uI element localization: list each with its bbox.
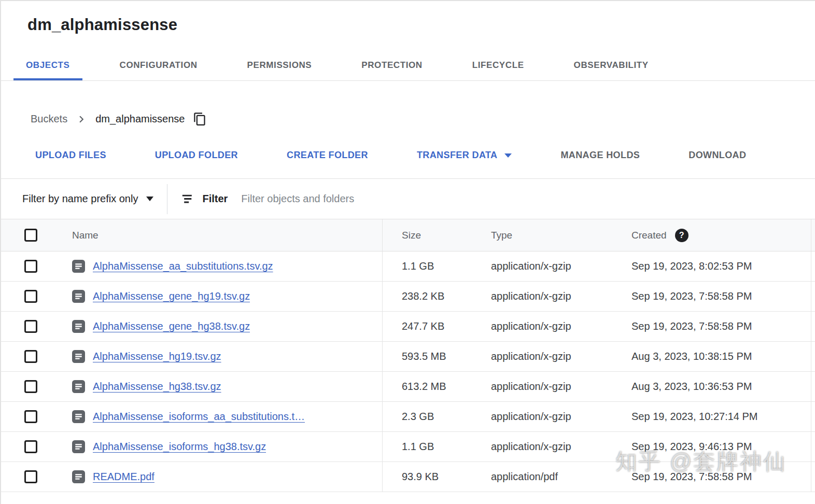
object-created: Sep 19, 2023, 8:02:53 PM [613, 251, 811, 281]
row-checkbox[interactable] [24, 260, 37, 273]
row-checkbox[interactable] [24, 320, 37, 333]
object-size: 93.9 KB [382, 462, 472, 492]
tab-bar: OBJECTS CONFIGURATION PERMISSIONS PROTEC… [1, 50, 815, 81]
object-size: 247.7 KB [382, 312, 472, 341]
filter-bar: Filter by name prefix only Filter [1, 178, 815, 219]
caret-down-icon [504, 153, 512, 158]
filter-label: Filter [202, 193, 228, 205]
object-type: application/x-gzip [472, 251, 613, 281]
tab-objects[interactable]: OBJECTS [13, 50, 82, 80]
object-link[interactable]: AlphaMissense_hg38.tsv.gz [93, 381, 221, 393]
table-row: AlphaMissense_isoforms_aa_substitutions.… [1, 402, 815, 432]
object-type: application/x-gzip [472, 432, 613, 461]
filter-divider [167, 184, 167, 214]
object-type: application/x-gzip [472, 372, 613, 401]
column-header-name: Name [72, 230, 382, 241]
table-row: AlphaMissense_gene_hg19.tsv.gz 238.2 KB … [1, 282, 815, 312]
object-size: 1.1 GB [382, 432, 472, 461]
tab-lifecycle[interactable]: LIFECYCLE [460, 50, 537, 80]
tab-permissions[interactable]: PERMISSIONS [235, 50, 325, 80]
object-type: application/x-gzip [472, 342, 613, 371]
file-icon [72, 260, 85, 273]
object-link[interactable]: AlphaMissense_hg19.tsv.gz [93, 351, 221, 362]
help-icon[interactable]: ? [675, 229, 688, 242]
table-row: README.pdf 93.9 KB application/pdf Sep 1… [1, 462, 815, 492]
transfer-data-label: TRANSFER DATA [417, 150, 498, 161]
column-header-size: Size [382, 219, 472, 251]
filter-prefix-select[interactable]: Filter by name prefix only [22, 193, 153, 205]
object-created: Sep 19, 2023, 7:58:58 PM [613, 312, 811, 341]
upload-folder-button[interactable]: UPLOAD FOLDER [131, 146, 262, 165]
object-type: application/x-gzip [472, 402, 613, 431]
object-type: application/x-gzip [472, 312, 613, 341]
filter-prefix-label: Filter by name prefix only [22, 193, 138, 205]
bucket-actions-section: Buckets dm_alphamissense UPLOAD FILES UP… [1, 112, 815, 178]
row-checkbox[interactable] [24, 440, 37, 453]
select-all-checkbox[interactable] [24, 229, 37, 242]
file-icon [72, 410, 85, 423]
file-icon [72, 350, 85, 363]
breadcrumb-current-bucket: dm_alphamissense [95, 113, 185, 125]
table-row: AlphaMissense_aa_substitutions.tsv.gz 1.… [1, 251, 815, 282]
object-link[interactable]: AlphaMissense_isoforms_hg38.tsv.gz [93, 441, 266, 453]
transfer-data-button[interactable]: TRANSFER DATA [392, 146, 537, 165]
breadcrumb: Buckets dm_alphamissense [31, 112, 815, 126]
object-link[interactable]: AlphaMissense_isoforms_aa_substitutions.… [93, 411, 305, 423]
copy-icon[interactable] [193, 112, 207, 126]
file-icon [72, 440, 85, 453]
file-icon [72, 470, 85, 483]
chevron-right-icon [75, 113, 88, 126]
filter-icon [181, 192, 195, 206]
tab-protection[interactable]: PROTECTION [349, 50, 434, 80]
row-checkbox[interactable] [24, 410, 37, 423]
object-created: Sep 19, 2023, 9:46:13 PM [613, 432, 811, 461]
file-icon [72, 290, 85, 303]
object-link[interactable]: AlphaMissense_aa_substitutions.tsv.gz [93, 260, 273, 272]
object-size: 593.5 MB [382, 342, 472, 371]
object-link[interactable]: AlphaMissense_gene_hg38.tsv.gz [93, 320, 250, 332]
manage-holds-button[interactable]: MANAGE HOLDS [536, 146, 664, 165]
toolbar: UPLOAD FILES UPLOAD FOLDER CREATE FOLDER… [1, 146, 815, 165]
object-created: Sep 19, 2023, 10:27:14 PM [613, 402, 811, 431]
object-size: 238.2 KB [382, 282, 472, 311]
table-row: AlphaMissense_hg19.tsv.gz 593.5 MB appli… [1, 342, 815, 372]
tab-observability[interactable]: OBSERVABILITY [561, 50, 661, 80]
table-row: AlphaMissense_isoforms_hg38.tsv.gz 1.1 G… [1, 432, 815, 462]
object-created: Aug 3, 2023, 10:36:53 PM [613, 372, 811, 401]
page-header: dm_alphamissense [1, 1, 815, 34]
tab-configuration[interactable]: CONFIGURATION [107, 50, 210, 80]
column-header-created: Created [631, 230, 667, 241]
upload-files-button[interactable]: UPLOAD FILES [11, 146, 131, 165]
column-header-type: Type [472, 219, 613, 251]
table-row: AlphaMissense_hg38.tsv.gz 613.2 MB appli… [1, 372, 815, 402]
object-type: application/pdf [472, 462, 613, 492]
object-size: 613.2 MB [382, 372, 472, 401]
object-created: Sep 19, 2023, 7:58:58 PM [613, 282, 811, 311]
object-created: Sep 19, 2023, 7:58:58 PM [613, 462, 811, 492]
object-created: Aug 3, 2023, 10:38:15 PM [613, 342, 811, 371]
page-title: dm_alphamissense [27, 16, 815, 34]
row-checkbox[interactable] [24, 470, 37, 483]
objects-table: Name Size Type Created ? AlphaMissense_a… [1, 219, 815, 492]
caret-down-icon [146, 197, 153, 201]
object-type: application/x-gzip [472, 282, 613, 311]
create-folder-button[interactable]: CREATE FOLDER [262, 146, 392, 165]
object-size: 1.1 GB [382, 251, 472, 281]
row-checkbox[interactable] [24, 290, 37, 303]
object-link[interactable]: README.pdf [93, 471, 154, 483]
filter-input[interactable] [241, 184, 815, 215]
download-button[interactable]: DOWNLOAD [664, 146, 770, 165]
breadcrumb-buckets-link[interactable]: Buckets [31, 113, 67, 125]
file-icon [72, 380, 85, 393]
row-checkbox[interactable] [24, 350, 37, 363]
object-size: 2.3 GB [382, 402, 472, 431]
row-checkbox[interactable] [24, 380, 37, 393]
table-row: AlphaMissense_gene_hg38.tsv.gz 247.7 KB … [1, 312, 815, 342]
object-link[interactable]: AlphaMissense_gene_hg19.tsv.gz [93, 290, 250, 302]
table-header-row: Name Size Type Created ? [1, 219, 815, 251]
file-icon [72, 320, 85, 333]
